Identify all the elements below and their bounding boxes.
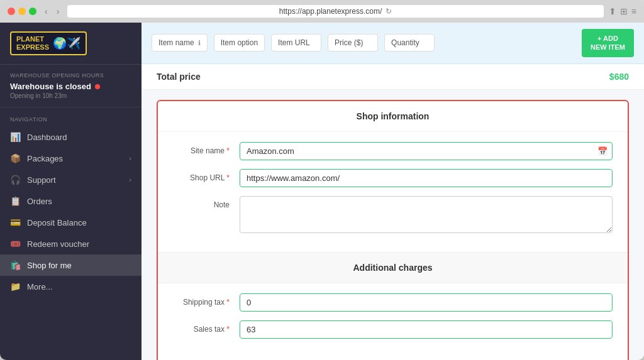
item-bar: Item name ℹ Item option Item URL Price (… [142, 23, 644, 64]
logo-box: PLANET EXPRESS 🌍✈️ [10, 31, 87, 55]
sidebar-item-dashboard[interactable]: 📊 Dashboard [0, 126, 142, 148]
item-option-label: Item option [221, 38, 258, 47]
shipping-tax-input[interactable] [240, 293, 613, 312]
traffic-lights [8, 8, 36, 15]
shop-url-label: Shop URL * [173, 169, 230, 182]
nav-section: NAVIGATION 📊 Dashboard 📦 Packages › [0, 107, 142, 360]
sidebar-item-more[interactable]: 📁 More... [0, 276, 142, 297]
item-price-label: Price ($) [335, 38, 363, 47]
maximize-button[interactable] [29, 8, 36, 15]
item-url-field[interactable]: Item URL [271, 34, 321, 52]
warehouse-status: Warehouse is closed [10, 82, 131, 91]
deposit-icon: 💳 [10, 217, 21, 227]
total-value: $680 [609, 72, 629, 82]
sidebar-icon[interactable]: ≡ [631, 6, 636, 16]
new-tab-icon[interactable]: ⊞ [620, 6, 628, 16]
form-card: Shop information Site name * 📅 [157, 100, 629, 360]
logo-icon: 🌍✈️ [53, 36, 80, 50]
site-name-label: Site name * [173, 142, 230, 155]
sales-tax-group: Sales tax * [173, 320, 613, 339]
shop-info-body: Site name * 📅 Shop URL * [158, 132, 628, 252]
sidebar-item-label: Redeem voucher [27, 239, 89, 249]
sidebar-item-support[interactable]: 🎧 Support › [0, 169, 142, 190]
item-quantity-field[interactable]: Quantity [384, 34, 435, 52]
warehouse-sub-text: Opening in 10h 23m [10, 92, 131, 99]
nav-buttons: ‹ › [42, 5, 62, 18]
packages-icon: 📦 [10, 153, 21, 163]
item-price-field[interactable]: Price ($) [328, 34, 378, 52]
shop-info-title: Shop information [158, 101, 628, 132]
sidebar-item-label: Dashboard [27, 133, 67, 142]
item-quantity-label: Quantity [391, 38, 419, 47]
total-label: Total price [157, 72, 201, 82]
shop-url-group: Shop URL * [173, 169, 613, 187]
info-icon: ℹ [198, 39, 201, 47]
browser-chrome: ‹ › https://app.planetexpress.com/ ↻ ⬆ ⊞… [0, 0, 644, 23]
note-group: Note [173, 196, 613, 233]
logo-area: PLANET EXPRESS 🌍✈️ [0, 23, 142, 65]
browser-actions: ⬆ ⊞ ≡ [609, 6, 636, 16]
url-text: https://app.planetexpress.com/ [279, 7, 382, 16]
item-option-field[interactable]: Item option [214, 34, 265, 52]
minimize-button[interactable] [18, 8, 26, 15]
note-label: Note [173, 196, 230, 209]
chevron-right-icon: › [129, 155, 131, 162]
sidebar-item-voucher[interactable]: 🎟️ Redeem voucher [0, 233, 142, 254]
sidebar-item-label: Shop for me [27, 261, 72, 270]
sidebar-item-label: More... [27, 282, 52, 292]
sidebar-item-orders[interactable]: 📋 Orders [0, 190, 142, 212]
sidebar: PLANET EXPRESS 🌍✈️ WAREHOUSE OPENING HOU… [0, 23, 142, 360]
sidebar-item-label: Orders [27, 197, 52, 206]
warehouse-status-text: Warehouse is closed [10, 82, 91, 91]
main-content: Item name ℹ Item option Item URL Price (… [142, 23, 644, 360]
item-url-label: Item URL [278, 38, 310, 47]
browser-body: PLANET EXPRESS 🌍✈️ WAREHOUSE OPENING HOU… [0, 23, 644, 360]
chevron-right-icon: › [129, 176, 131, 183]
voucher-icon: 🎟️ [10, 239, 21, 249]
shop-icon: 🛍️ [10, 260, 21, 270]
total-bar: Total price $680 [142, 64, 644, 90]
nav-section-label: NAVIGATION [0, 114, 142, 126]
reload-icon[interactable]: ↻ [386, 7, 392, 16]
logo-text: PLANET EXPRESS [16, 35, 49, 52]
share-icon[interactable]: ⬆ [609, 6, 616, 16]
close-button[interactable] [8, 8, 15, 15]
additional-charges-title: Additional charges [158, 252, 628, 283]
sales-tax-input[interactable] [240, 320, 613, 339]
support-icon: 🎧 [10, 175, 21, 185]
warehouse-section: WAREHOUSE OPENING HOURS Warehouse is clo… [0, 65, 142, 107]
note-textarea[interactable] [240, 196, 613, 233]
shop-url-input[interactable] [240, 169, 613, 187]
dashboard-icon: 📊 [10, 132, 21, 142]
site-name-input-wrapper: 📅 [240, 142, 613, 160]
calendar-icon: 📅 [597, 146, 608, 156]
item-name-label: Item name [158, 38, 194, 47]
orders-icon: 📋 [10, 196, 21, 206]
forward-button[interactable]: › [53, 5, 63, 18]
sales-tax-label: Sales tax * [173, 320, 230, 334]
warehouse-label: WAREHOUSE OPENING HOURS [10, 72, 131, 79]
shipping-tax-label: Shipping tax * [173, 293, 230, 307]
sidebar-item-label: Support [27, 175, 56, 185]
address-bar[interactable]: https://app.planetexpress.com/ ↻ [67, 5, 603, 18]
site-name-input[interactable] [240, 142, 613, 160]
sidebar-item-packages[interactable]: 📦 Packages › [0, 148, 142, 169]
sidebar-item-deposit[interactable]: 💳 Deposit Balance [0, 212, 142, 233]
form-area: Shop information Site name * 📅 [142, 90, 644, 360]
shipping-tax-group: Shipping tax * [173, 293, 613, 312]
more-icon: 📁 [10, 281, 21, 292]
additional-body: Shipping tax * Sales tax * [158, 283, 628, 357]
sidebar-item-label: Packages [27, 154, 63, 163]
back-button[interactable]: ‹ [42, 5, 51, 18]
status-dot [95, 84, 100, 89]
add-new-item-button[interactable]: + ADDNEW ITEM [582, 29, 634, 57]
sidebar-item-shop[interactable]: 🛍️ Shop for me [0, 254, 142, 276]
sidebar-item-label: Deposit Balance [27, 218, 87, 227]
site-name-group: Site name * 📅 [173, 142, 613, 160]
browser-window: ‹ › https://app.planetexpress.com/ ↻ ⬆ ⊞… [0, 0, 644, 360]
item-name-field[interactable]: Item name ℹ [152, 34, 208, 52]
